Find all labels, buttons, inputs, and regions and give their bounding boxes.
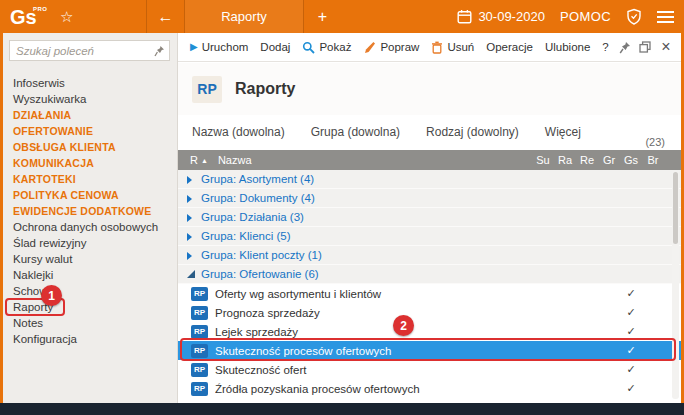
group-row[interactable]: Grupa: Klienci (5) — [178, 227, 681, 246]
report-row-skuteczność-ofert[interactable]: RP Skuteczność ofert ✓ — [178, 360, 681, 379]
filter-rodzaj-dowolny[interactable]: Rodzaj (dowolny) — [426, 125, 519, 141]
sidebar-item-label: POLITYKA CENOWA — [13, 189, 119, 201]
sidebar-item-komunikacja[interactable]: KOMUNIKACJA — [3, 155, 177, 171]
sidebar-item-label: Raporty — [13, 301, 53, 313]
filter-grupa-dowolna[interactable]: Grupa (dowolna) — [311, 125, 400, 141]
column-su[interactable]: Su — [532, 154, 554, 166]
add-label: Dodaj — [260, 41, 290, 53]
report-program-flags: ✓ — [532, 360, 664, 379]
sidebar-item-label: Ślad rewizyjny — [13, 237, 87, 249]
column-gs[interactable]: Gs — [620, 154, 642, 166]
sidebar-item-raporty[interactable]: Raporty — [3, 299, 177, 315]
hamburger-menu-icon[interactable] — [657, 11, 674, 23]
tab-raporty[interactable]: Raporty — [185, 0, 303, 33]
group-row[interactable]: Grupa: Działania (3) — [178, 208, 681, 227]
float-window-icon — [639, 41, 651, 53]
report-row-źródła-pozyskania-procesów-ofertowych[interactable]: RP Źródła pozyskania procesów ofertowych… — [178, 379, 681, 398]
pencil-icon — [363, 41, 376, 54]
filter-nazwa-dowolna[interactable]: Nazwa (dowolna) — [192, 125, 285, 141]
report-type-icon: RP — [191, 287, 208, 301]
program-flag-gs: ✓ — [620, 287, 642, 300]
operations-button[interactable]: Operacje — [480, 33, 539, 62]
expander-icon[interactable] — [186, 270, 196, 279]
group-row[interactable]: Grupa: Klient poczty (1) — [178, 246, 681, 265]
scrollbar[interactable] — [672, 170, 679, 399]
sidebar-item-schowek[interactable]: Schowek — [3, 283, 177, 299]
expander-icon[interactable] — [186, 175, 196, 184]
sidebar: Infoserwis Wyszukiwarka DZIAŁANIA OFERTO… — [3, 33, 178, 403]
column-br[interactable]: Br — [642, 154, 664, 166]
favorites-label: Ulubione — [545, 41, 590, 53]
edit-button[interactable]: Popraw — [357, 33, 425, 62]
sidebar-item-wyszukiwarka[interactable]: Wyszukiwarka — [3, 91, 177, 107]
shield-icon[interactable] — [626, 8, 642, 25]
titlebar-right: 30-09-2020 POMOC — [457, 0, 674, 33]
column-nazwa[interactable]: Nazwa — [218, 154, 252, 166]
sidebar-item-label: Naklejki — [13, 269, 53, 281]
main-panel: ▶ Uruchom Dodaj Pokaż Popraw Usuń — [178, 33, 681, 403]
show-button[interactable]: Pokaż — [296, 33, 357, 62]
group-row[interactable]: Grupa: Ofertowanie (6) — [178, 265, 681, 284]
group-row[interactable]: Grupa: Dokumenty (4) — [178, 189, 681, 208]
expander-icon[interactable] — [186, 194, 196, 203]
pin-icon[interactable] — [154, 45, 165, 57]
sidebar-item-ochrona-danych-osobowych[interactable]: Ochrona danych osobowych — [3, 219, 177, 235]
search-input[interactable] — [10, 45, 154, 57]
sidebar-item-kursy-walut[interactable]: Kursy walut — [3, 251, 177, 267]
program-flag-gs: ✓ — [620, 382, 642, 395]
app-logo: Gs PRO — [10, 4, 46, 30]
scrollbar-thumb[interactable] — [673, 172, 678, 244]
sidebar-item-obsługa-klienta[interactable]: OBSŁUGA KLIENTA — [3, 139, 177, 155]
group-row[interactable]: Grupa: Asortyment (4) — [178, 170, 681, 189]
report-row-lejek-sprzedaży[interactable]: RP Lejek sprzedaży ✓ — [178, 322, 681, 341]
sidebar-item-ślad-rewizyjny[interactable]: Ślad rewizyjny — [3, 235, 177, 251]
logo-pro-badge: PRO — [33, 6, 48, 12]
calendar-icon — [457, 9, 472, 24]
delete-button[interactable]: Usuń — [425, 33, 480, 62]
sidebar-item-polityka-cenowa[interactable]: POLITYKA CENOWA — [3, 187, 177, 203]
help-menu[interactable]: POMOC — [560, 9, 611, 24]
dock-pin-button[interactable] — [615, 33, 635, 62]
sidebar-item-label: Kursy walut — [13, 253, 72, 265]
report-type-icon: RP — [191, 306, 208, 320]
filter-bar: Nazwa (dowolna)Grupa (dowolna)Rodzaj (do… — [192, 125, 581, 141]
close-icon[interactable]: × — [655, 33, 677, 62]
sidebar-item-naklejki[interactable]: Naklejki — [3, 267, 177, 283]
run-button[interactable]: ▶ Uruchom — [184, 33, 254, 62]
expander-icon[interactable] — [186, 232, 196, 241]
sidebar-item-label: DZIAŁANIA — [13, 109, 71, 121]
group-label: Grupa: Klienci (5) — [201, 230, 290, 242]
sidebar-item-notes[interactable]: Notes — [3, 315, 177, 331]
record-count: (23) — [645, 136, 665, 148]
new-tab-button[interactable]: + — [304, 0, 341, 33]
report-row-prognoza-sprzedaży[interactable]: RP Prognoza sprzedaży ✓ — [178, 303, 681, 322]
back-button[interactable]: ← — [147, 0, 184, 33]
column-ra[interactable]: Ra — [554, 154, 576, 166]
report-row-skuteczność-procesów-ofertowych[interactable]: RP Skuteczność procesów ofertowych ✓ — [178, 341, 681, 360]
help-button[interactable]: ? — [596, 33, 614, 62]
float-window-button[interactable] — [635, 33, 655, 62]
sidebar-item-label: OFERTOWANIE — [13, 125, 93, 137]
column-gr[interactable]: Gr — [598, 154, 620, 166]
run-label: Uruchom — [202, 41, 249, 53]
module-icon: RP — [192, 76, 222, 103]
add-button[interactable]: Dodaj — [254, 33, 296, 62]
expander-icon[interactable] — [186, 251, 196, 260]
favorites-star-icon[interactable]: ☆ — [60, 8, 73, 26]
sidebar-item-infoserwis[interactable]: Infoserwis — [3, 75, 177, 91]
sidebar-item-label: Ochrona danych osobowych — [13, 221, 158, 233]
column-r[interactable]: R — [190, 154, 198, 166]
filter-więcej[interactable]: Więcej — [545, 125, 581, 141]
expander-icon[interactable] — [186, 213, 196, 222]
sidebar-item-kartoteki[interactable]: KARTOTEKI — [3, 171, 177, 187]
sidebar-item-ewidencje-dodatkowe[interactable]: EWIDENCJE DODATKOWE — [3, 203, 177, 219]
column-re[interactable]: Re — [576, 154, 598, 166]
report-row-oferty-wg-asortymentu-i-klientów[interactable]: RP Oferty wg asortymentu i klientów ✓ — [178, 284, 681, 303]
window-border-left — [0, 33, 3, 403]
magnifier-icon — [302, 41, 315, 54]
date-widget[interactable]: 30-09-2020 — [457, 9, 545, 24]
favorites-button[interactable]: Ulubione — [539, 33, 596, 62]
sidebar-item-konfiguracja[interactable]: Konfiguracja — [3, 331, 177, 347]
sidebar-item-ofertowanie[interactable]: OFERTOWANIE — [3, 123, 177, 139]
sidebar-item-działania[interactable]: DZIAŁANIA — [3, 107, 177, 123]
